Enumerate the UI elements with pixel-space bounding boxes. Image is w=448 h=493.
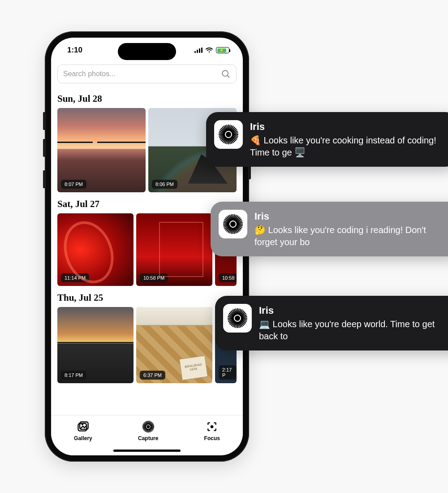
battery-icon: ⚡ xyxy=(216,47,229,53)
notification-text: 🍕 Looks like you're cooking instead of c… xyxy=(250,134,439,159)
photo-thumb[interactable]: 10:58 PM xyxy=(136,213,212,286)
signal-icon xyxy=(194,48,202,53)
photo-time-badge: 8:07 PM xyxy=(61,180,86,189)
tab-label: Focus xyxy=(204,435,220,441)
book-in-photo: BHAGAVAD GITA xyxy=(179,355,208,380)
notification-card[interactable]: Iris 🍕 Looks like you're cooking instead… xyxy=(206,112,448,167)
search-row: Search photos... xyxy=(51,63,243,87)
svg-point-43 xyxy=(226,132,231,137)
svg-point-42 xyxy=(211,426,213,428)
svg-point-4 xyxy=(82,424,84,426)
photo-time-badge: 11:14 PM xyxy=(61,273,89,282)
notification-app-icon xyxy=(214,120,243,149)
svg-point-117 xyxy=(235,316,240,321)
date-header: Sat, Jul 27 xyxy=(57,199,237,210)
photo-thumb[interactable]: BHAGAVAD GITA 6:37 PM xyxy=(136,307,212,383)
svg-point-80 xyxy=(230,221,236,227)
notification-card[interactable]: Iris 🤔 Looks like you're coding i readin… xyxy=(211,202,448,256)
notification-app-icon xyxy=(219,210,247,238)
date-header: Thu, Jul 25 xyxy=(57,292,237,303)
photo-time-badge: 10:58 PM xyxy=(140,273,168,282)
capture-icon xyxy=(142,420,155,433)
svg-line-1 xyxy=(228,76,230,78)
svg-point-0 xyxy=(222,70,228,76)
notification-body: Iris 🤔 Looks like you're coding i readin… xyxy=(254,210,444,248)
photo-time-badge: 10:58 xyxy=(219,273,237,282)
date-header: Sun, Jul 28 xyxy=(57,93,237,104)
notification-app-name: Iris xyxy=(250,120,439,134)
photo-thumb[interactable]: 8:07 PM xyxy=(57,108,146,192)
photo-thumb[interactable]: 8:17 PM xyxy=(57,307,134,383)
focus-icon xyxy=(205,420,219,433)
tab-label: Gallery xyxy=(74,435,92,441)
notification-app-icon xyxy=(223,304,252,333)
photo-time-badge: 6:37 PM xyxy=(140,371,165,380)
search-icon xyxy=(221,69,231,79)
home-indicator[interactable] xyxy=(113,450,181,452)
photo-row: 8:17 PM BHAGAVAD GITA 6:37 PM 2:17 P xyxy=(57,307,237,383)
tab-gallery[interactable]: Gallery xyxy=(74,420,92,441)
svg-point-5 xyxy=(146,425,150,428)
search-placeholder: Search photos... xyxy=(63,70,116,78)
photo-time-badge: 8:06 PM xyxy=(152,180,177,189)
notification-app-name: Iris xyxy=(259,304,448,317)
photo-time-badge: 2:17 P xyxy=(219,365,237,380)
tab-capture[interactable]: Capture xyxy=(138,420,158,441)
tab-focus[interactable]: Focus xyxy=(204,420,220,441)
notification-body: Iris 💻 Looks like you're deep world. Tim… xyxy=(259,304,448,342)
notification-app-name: Iris xyxy=(254,210,444,223)
notification-card[interactable]: Iris 💻 Looks like you're deep world. Tim… xyxy=(215,296,448,350)
notification-text: 💻 Looks like you're deep world. Time to … xyxy=(259,318,448,342)
tab-label: Capture xyxy=(138,435,158,441)
status-time: 1:10 xyxy=(67,46,82,55)
gallery-icon xyxy=(76,420,90,433)
photo-thumb[interactable]: 11:14 PM xyxy=(57,213,134,286)
wifi-icon xyxy=(205,47,213,53)
status-indicators: ⚡ xyxy=(194,47,229,53)
search-input[interactable]: Search photos... xyxy=(57,65,237,83)
dynamic-island xyxy=(118,43,176,60)
photo-time-badge: 8:17 PM xyxy=(61,371,86,380)
notification-text: 🤔 Looks like you're coding i reading! Do… xyxy=(254,224,444,248)
notification-body: Iris 🍕 Looks like you're cooking instead… xyxy=(250,120,439,159)
photo-row: 11:14 PM 10:58 PM 10:58 xyxy=(57,213,237,286)
